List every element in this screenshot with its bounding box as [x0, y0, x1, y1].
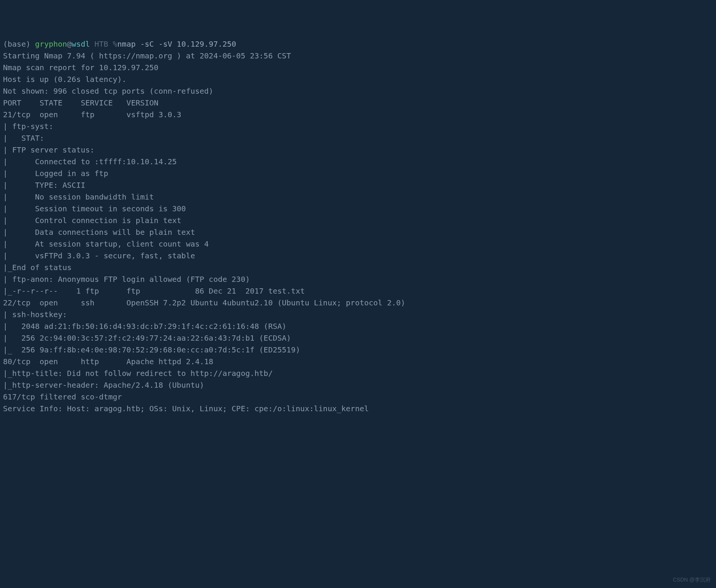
output-line: |_http-server-header: Apache/2.4.18 (Ubu… [3, 380, 204, 390]
output-line: | TYPE: ASCII [3, 181, 85, 190]
prompt-path: HTB % [90, 39, 117, 49]
output-line: | Control connection is plain text [3, 216, 181, 225]
terminal-output: (base) gryphon@wsdl HTB %nmap -sC -sV 10… [3, 38, 713, 415]
output-line: Not shown: 996 closed tcp ports (conn-re… [3, 86, 213, 96]
prompt-user: gryphon [35, 39, 67, 49]
output-line: | vsFTPd 3.0.3 - secure, fast, stable [3, 251, 195, 260]
watermark: CSDN @李沉府 [673, 576, 711, 584]
output-line: | Logged in as ftp [3, 169, 108, 178]
output-line: | ftp-syst: [3, 122, 53, 131]
output-line: | 256 2c:94:00:3c:57:2f:c2:49:77:24:aa:2… [3, 333, 291, 343]
output-line: | ssh-hostkey: [3, 310, 67, 319]
output-line: | FTP server status: [3, 145, 95, 154]
output-line: 21/tcp open ftp vsftpd 3.0.3 [3, 110, 181, 119]
output-line: |_End of status [3, 263, 72, 272]
prompt-at: @ [67, 39, 72, 49]
output-line: |_http-title: Did not follow redirect to… [3, 369, 273, 378]
prompt-env: (base) [3, 39, 35, 49]
output-line: | STAT: [3, 134, 44, 143]
output-line: 617/tcp filtered sco-dtmgr [3, 392, 122, 401]
output-line: | ftp-anon: Anonymous FTP login allowed … [3, 275, 250, 284]
output-line: Service Info: Host: aragog.htb; OSs: Uni… [3, 404, 369, 413]
prompt-command: nmap -sC -sV 10.129.97.250 [117, 39, 236, 49]
output-line: | Connected to :tffff:10.10.14.25 [3, 157, 177, 166]
output-line: | At session startup, client count was 4 [3, 239, 209, 248]
prompt-host: wsdl [72, 39, 90, 49]
output-line: 80/tcp open http Apache httpd 2.4.18 [3, 357, 213, 366]
output-line: | 2048 ad:21:fb:50:16:d4:93:dc:b7:29:1f:… [3, 322, 287, 331]
output-line: PORT STATE SERVICE VERSION [3, 98, 158, 107]
output-line: |_ 256 9a:ff:8b:e4:0e:98:70:52:29:68:0e:… [3, 345, 300, 354]
output-line: | No session bandwidth limit [3, 192, 154, 201]
output-line: Host is up (0.26s latency). [3, 75, 126, 84]
output-line: Nmap scan report for 10.129.97.250 [3, 63, 158, 72]
output-line: | Session timeout in seconds is 300 [3, 204, 186, 213]
output-line: |_-r--r--r-- 1 ftp ftp 86 Dec 21 2017 te… [3, 286, 305, 296]
output-line: Starting Nmap 7.94 ( https://nmap.org ) … [3, 51, 291, 60]
output-line: 22/tcp open ssh OpenSSH 7.2p2 Ubuntu 4ub… [3, 298, 405, 307]
output-line: | Data connections will be plain text [3, 228, 195, 237]
